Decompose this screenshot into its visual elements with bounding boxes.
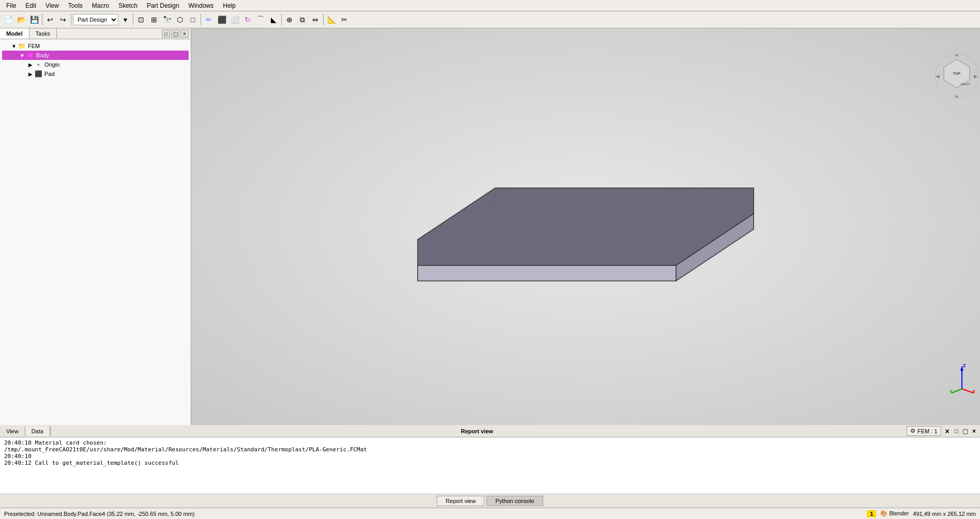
tree-expand-origin[interactable]: ▶ (27, 61, 34, 68)
redo-button[interactable]: ↪ (57, 13, 69, 26)
boolean-tool[interactable]: ⊕ (283, 13, 296, 26)
menu-sketch[interactable]: Sketch (114, 1, 142, 10)
open-button[interactable]: 📂 (15, 13, 27, 26)
view-perspective[interactable]: ⬡ (174, 13, 186, 26)
toolbar-separator-5 (281, 14, 282, 25)
svg-text:▼: ▼ (954, 94, 959, 100)
layer-badge: 1 (867, 510, 876, 517)
svg-text:X: X (972, 389, 975, 394)
menu-help[interactable]: Help (219, 1, 240, 10)
menu-file[interactable]: File (2, 1, 20, 10)
save-button[interactable]: 💾 (28, 13, 40, 26)
tree-icon-origin: ✦ (34, 60, 42, 69)
tab-data[interactable]: Data (25, 427, 50, 436)
pad-tool[interactable]: ⬛ (216, 13, 228, 26)
toolbar-separator-3 (133, 14, 133, 25)
workbench-selector[interactable]: Part Design (73, 14, 118, 25)
section-tool[interactable]: ✂ (338, 13, 350, 26)
menu-macro[interactable]: Macro (88, 1, 113, 10)
viewport[interactable]: ▲ ▼ ◀ ▶ TOP RiGhT Z (191, 28, 980, 425)
svg-text:RiGhT: RiGhT (961, 83, 970, 86)
menu-part-design[interactable]: Part Design (143, 1, 183, 10)
tree-icon-body: ⬟ (26, 51, 34, 59)
workbench-dropdown[interactable]: ▾ (119, 13, 131, 26)
svg-text:◀: ◀ (936, 73, 940, 79)
render-mode: 🎨 Blender (880, 510, 909, 517)
chamfer-tool[interactable]: ◣ (267, 13, 280, 26)
report-close-button[interactable]: × (943, 427, 952, 435)
panel-maximize-button[interactable]: ▢ (171, 29, 179, 38)
tree-expand-fem[interactable]: ▼ (10, 42, 18, 50)
tree-item-body[interactable]: ▼ ⬟ Body (2, 51, 189, 60)
nav-cube[interactable]: ▲ ▼ ◀ ▶ TOP RiGhT (933, 49, 975, 90)
report-line-4: 20:40:12 Call to get_material_template()… (4, 460, 976, 466)
report-content: 20:40:10 Material card chosen: /tmp/.mou… (0, 437, 980, 494)
view-fit-selection[interactable]: ⊞ (148, 13, 160, 26)
toolbar-separator-1 (42, 14, 42, 25)
view-standard[interactable]: 🔭 (161, 13, 173, 26)
tree-item-pad[interactable]: ▶ ⬛ Pad (2, 69, 189, 78)
render-mode-icon: 🎨 (880, 510, 887, 516)
fem-tab-label: FEM : 1 (917, 428, 938, 434)
tree-label-origin: Origin (44, 61, 59, 68)
clone-tool[interactable]: ⧉ (296, 13, 309, 26)
revolve-tool[interactable]: ↻ (241, 13, 254, 26)
layer-number: 1 (870, 511, 873, 517)
new-button[interactable]: 📄 (2, 13, 14, 26)
toolbar-area: 📄 📂 💾 ↩ ↪ Part Design ▾ ⊡ ⊞ 🔭 ⬡ □ ✏ ⬛ ⬜ … (0, 11, 980, 28)
svg-text:Z: Z (963, 363, 966, 368)
panel-restore-button[interactable]: □ (162, 29, 170, 38)
svg-text:▶: ▶ (974, 73, 978, 79)
fem-tab[interactable]: ⚙ FEM : 1 (907, 426, 941, 436)
panel-header: Model Tasks □ ▢ × (0, 28, 191, 39)
left-panel: Model Tasks □ ▢ × ▼ 📁 FEM ▼ ⬟ Body (0, 28, 191, 425)
footer-tab-python[interactable]: Python console (486, 496, 543, 506)
tree-label-pad: Pad (44, 71, 55, 77)
mirror-tool[interactable]: ⇔ (309, 13, 321, 26)
tree-item-fem[interactable]: ▼ 📁 FEM (2, 41, 189, 51)
view-data-tab-group: View Data (0, 427, 51, 436)
tree-label-fem: FEM (28, 43, 40, 49)
tab-model[interactable]: Model (0, 28, 29, 39)
menubar: File Edit View Tools Macro Sketch Part D… (0, 0, 980, 11)
panel-close-button[interactable]: × (180, 29, 189, 38)
measure-tool[interactable]: 📐 (325, 13, 338, 26)
undo-button[interactable]: ↩ (44, 13, 56, 26)
tree-icon-fem: 📁 (18, 42, 26, 50)
tree-expand-body[interactable]: ▼ (19, 52, 26, 59)
svg-line-19 (952, 389, 962, 393)
fillet-tool[interactable]: ⌒ (254, 13, 267, 26)
bottom-section: View Data Report view ⚙ FEM : 1 × □ ▢ × … (0, 425, 980, 508)
new-sketch[interactable]: ✏ (203, 13, 215, 26)
report-maximize-button[interactable]: ▢ (961, 428, 969, 435)
report-line-3: 20:40:10 (4, 453, 976, 460)
view-fit-all[interactable]: ⊡ (135, 13, 147, 26)
axis-indicator: Z X Y (949, 363, 970, 394)
tree-item-origin[interactable]: ▶ ✦ Origin (2, 60, 189, 69)
menu-windows[interactable]: Windows (185, 1, 218, 10)
tree-label-body: Body (36, 52, 49, 58)
panel-controls: □ ▢ × (160, 28, 191, 39)
report-x-button[interactable]: × (971, 428, 977, 435)
bottom-top-bar: View Data Report view ⚙ FEM : 1 × □ ▢ × (0, 425, 980, 437)
status-preselected: Preselected: Unnamed.Body.Pad.Face4 (35.… (4, 511, 867, 517)
menu-view[interactable]: View (41, 1, 63, 10)
report-controls: ⚙ FEM : 1 × □ ▢ × (904, 425, 980, 437)
main-content: Model Tasks □ ▢ × ▼ 📁 FEM ▼ ⬟ Body (0, 28, 980, 425)
tree-expand-pad[interactable]: ▶ (27, 70, 34, 77)
menu-tools[interactable]: Tools (64, 1, 87, 10)
3d-shape (392, 147, 779, 292)
report-restore-button[interactable]: □ (954, 428, 959, 435)
tab-tasks[interactable]: Tasks (29, 28, 57, 39)
pocket-tool[interactable]: ⬜ (228, 13, 241, 26)
svg-text:TOP: TOP (953, 72, 961, 75)
view-orthographic[interactable]: □ (187, 13, 199, 26)
fem-tab-icon: ⚙ (910, 428, 915, 434)
toolbar-separator-4 (201, 14, 201, 25)
menu-edit[interactable]: Edit (21, 1, 40, 10)
footer-tab-report[interactable]: Report view (437, 496, 484, 506)
svg-marker-1 (418, 265, 676, 281)
toolbar-row-1: 📄 📂 💾 ↩ ↪ Part Design ▾ ⊡ ⊞ 🔭 ⬡ □ ✏ ⬛ ⬜ … (0, 11, 980, 28)
tab-view[interactable]: View (0, 427, 25, 436)
viewport-dimensions: 491,49 mm x 265,12 mm (913, 511, 976, 517)
